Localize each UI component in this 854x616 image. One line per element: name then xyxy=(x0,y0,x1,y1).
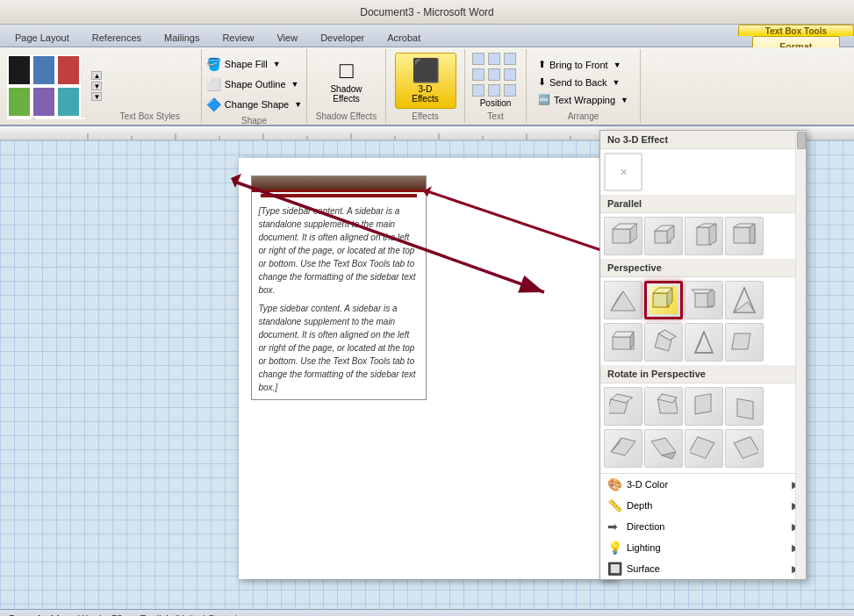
dp-3d-color[interactable]: 🎨 3-D Color ▶ xyxy=(600,474,806,495)
change-shape-icon: 🔷 xyxy=(206,97,221,111)
svg-marker-36 xyxy=(707,290,714,307)
pos-tc[interactable] xyxy=(488,53,500,65)
swatch-scroll-down[interactable]: ▼ xyxy=(91,92,102,101)
color-swatch-orange[interactable] xyxy=(7,118,32,119)
dp-perspective-2[interactable] xyxy=(644,281,683,319)
dp-direction[interactable]: ➡ Direction ▶ xyxy=(600,516,806,537)
pos-tr[interactable] xyxy=(504,53,516,65)
svg-rect-59 xyxy=(734,437,758,458)
color-swatch-purple[interactable] xyxy=(32,86,56,118)
dp-section-parallel: Parallel xyxy=(600,195,806,213)
svg-rect-47 xyxy=(732,333,750,349)
change-shape-arrow: ▼ xyxy=(294,100,302,109)
swatch-scroll-up[interactable]: ▲ xyxy=(91,71,102,80)
swatch-scroll-more[interactable]: ▼ xyxy=(91,82,102,90)
send-back-arrow: ▼ xyxy=(612,78,620,87)
title-bar: Document3 - Microsoft Word xyxy=(0,0,854,25)
tab-view[interactable]: View xyxy=(265,27,309,47)
send-back-icon: ⬇ xyxy=(538,76,546,88)
svg-rect-31 xyxy=(653,293,669,307)
ribbon-group-arrange: ⬆ Bring to Front ▼ ⬇ Send to Back ▼ 🔤 Te… xyxy=(527,49,641,123)
sidebar-text-2: Type sidebar content. A sidebar is a sta… xyxy=(252,302,426,399)
group-label-textbox-styles: Text Box Styles xyxy=(104,110,196,121)
sidebar-textbox[interactable]: [Type sidebar content. A sidebar is a st… xyxy=(251,175,427,400)
dp-perspective-5[interactable] xyxy=(604,323,642,362)
pos-bc[interactable] xyxy=(488,84,500,97)
dp-perspective-1[interactable] xyxy=(604,281,642,319)
dp-parallel-2[interactable] xyxy=(644,217,683,255)
bring-front-icon: ⬆ xyxy=(538,59,546,70)
sidebar-rule xyxy=(261,194,417,197)
dp-rotate-4[interactable] xyxy=(725,387,764,426)
dp-perspective-6[interactable] xyxy=(644,323,683,362)
color-swatch-green[interactable] xyxy=(7,86,32,118)
dp-perspective-4[interactable] xyxy=(725,281,764,319)
outline-icon: ⬜ xyxy=(206,77,221,91)
pos-ml[interactable] xyxy=(472,68,484,81)
dp-no-effect-item[interactable]: ✕ xyxy=(604,153,642,191)
dp-rotate-1[interactable] xyxy=(604,387,642,426)
dp-parallel-3[interactable] xyxy=(685,217,723,255)
group-label-text: Text xyxy=(487,110,503,121)
position-label: Position xyxy=(480,98,512,108)
pos-mr[interactable] xyxy=(504,68,516,81)
group-label-shadow: Shadow Effects xyxy=(316,110,377,121)
change-shape-btn[interactable]: 🔷 Change Shape ▼ xyxy=(201,95,307,114)
dp-rotate-8[interactable] xyxy=(725,429,764,468)
pos-br[interactable] xyxy=(504,84,516,97)
dp-parallel-1[interactable] xyxy=(604,217,642,255)
svg-rect-52 xyxy=(695,394,711,414)
ribbon-group-effects: ⬛ 3-DEffects Effects xyxy=(386,49,465,123)
dropdown-scrollbar[interactable] xyxy=(795,131,806,579)
text-wrap-icon: 🔤 xyxy=(538,94,550,105)
send-to-back-btn[interactable]: ⬇ Send to Back ▼ xyxy=(533,74,625,90)
3d-color-icon: 🎨 xyxy=(607,477,621,491)
color-swatch-light1[interactable] xyxy=(36,118,61,119)
tab-references[interactable]: References xyxy=(81,27,153,47)
dp-rotate-3[interactable] xyxy=(685,387,723,426)
dp-rotate-2[interactable] xyxy=(644,387,683,426)
tab-mailings[interactable]: Mailings xyxy=(153,27,211,47)
color-swatch-light2[interactable] xyxy=(61,118,85,119)
lighting-icon: 💡 xyxy=(607,541,621,555)
color-swatch-red[interactable] xyxy=(56,54,81,86)
color-swatch-teal[interactable] xyxy=(56,86,81,118)
pos-bl[interactable] xyxy=(472,84,484,97)
dp-rotate-6[interactable] xyxy=(644,429,683,468)
dp-rotate-7[interactable] xyxy=(685,429,723,468)
shape-fill-btn[interactable]: 🪣 Shape Fill ▼ xyxy=(201,54,286,74)
svg-rect-58 xyxy=(690,437,714,458)
pos-mc[interactable] xyxy=(488,68,500,81)
ribbon-group-textbox-styles: ▲ ▼ ▼ Text Box Styles xyxy=(0,49,202,123)
dp-perspective-3[interactable] xyxy=(685,281,723,319)
dp-perspective-8[interactable] xyxy=(725,323,764,362)
tab-review[interactable]: Review xyxy=(211,27,265,47)
bring-to-front-btn[interactable]: ⬆ Bring to Front ▼ xyxy=(533,56,627,73)
shadow-effects-btn[interactable]: □ ShadowEffects xyxy=(316,53,377,109)
scrollbar-thumb[interactable] xyxy=(797,132,806,149)
tab-acrobat[interactable]: Acrobat xyxy=(376,27,432,47)
dp-surface[interactable]: 🔲 Surface ▶ xyxy=(600,558,806,579)
dp-rotate-5[interactable] xyxy=(604,429,642,468)
shape-outline-btn[interactable]: ⬜ Shape Outline ▼ xyxy=(201,75,305,94)
status-bar: Page: 1 of 1 Words: 72 English (United S… xyxy=(0,609,854,616)
dp-parallel-4[interactable] xyxy=(725,217,764,255)
svg-marker-44 xyxy=(695,332,713,353)
color-swatch-black[interactable] xyxy=(7,54,32,86)
status-page: Page: 1 of 1 xyxy=(9,613,61,617)
dp-lighting[interactable]: 💡 Lighting ▶ xyxy=(600,537,806,558)
swatch-scroll-controls: ▲ ▼ ▼ xyxy=(90,69,104,103)
tab-page-layout[interactable]: Page Layout xyxy=(4,27,81,47)
dp-perspective-7[interactable] xyxy=(685,323,723,362)
bring-front-arrow: ▼ xyxy=(614,61,621,69)
text-wrapping-btn[interactable]: 🔤 Text Wrapping ▼ xyxy=(533,91,634,108)
dp-depth[interactable]: 📏 Depth ▶ xyxy=(600,495,806,516)
3d-effects-btn[interactable]: ⬛ 3-DEffects xyxy=(395,53,456,109)
dp-section-rotate: Rotate in Perspective xyxy=(600,365,806,383)
shape-outline-arrow: ▼ xyxy=(291,80,299,89)
pos-tl[interactable] xyxy=(472,53,484,65)
color-swatch-blue[interactable] xyxy=(32,54,56,86)
3d-icon: ⬛ xyxy=(412,57,440,84)
group-label-effects: Effects xyxy=(412,110,438,121)
tab-developer[interactable]: Developer xyxy=(309,27,376,47)
